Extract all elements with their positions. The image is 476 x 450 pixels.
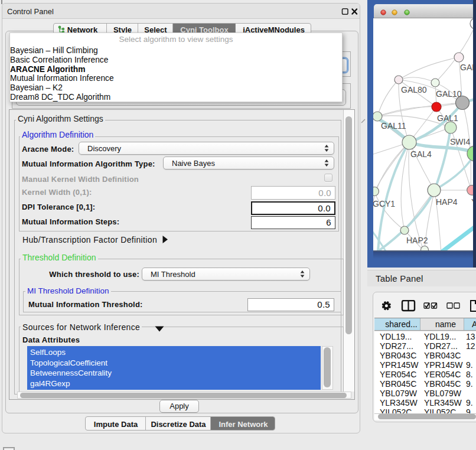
svg-text:GAL11: GAL11 [381,121,406,131]
svg-text:GAL4: GAL4 [410,149,432,159]
svg-text:GAL1: GAL1 [437,113,458,123]
svg-text:HAP2: HAP2 [406,236,428,245]
svg-text:GCY1: GCY1 [373,199,395,208]
svg-text:GAL80: GAL80 [401,85,427,94]
svg-text:HAP4: HAP4 [436,197,458,207]
svg-text:SWI4: SWI4 [450,137,470,146]
svg-text:Y: Y [471,197,473,207]
svg-text:GAL8: GAL8 [460,63,473,72]
svg-text:GAL10: GAL10 [436,89,462,99]
